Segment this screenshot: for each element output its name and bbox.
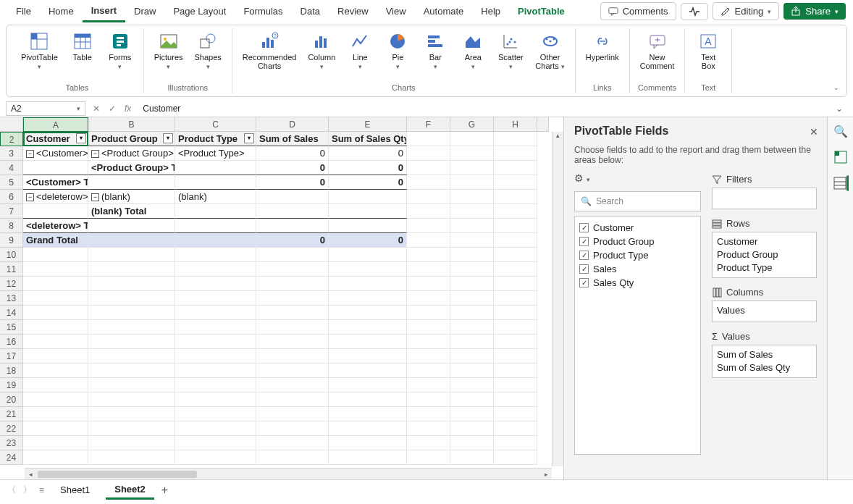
sheet-list-icon[interactable]: ≡ bbox=[39, 485, 44, 495]
ribbon-forms[interactable]: Forms▾ bbox=[104, 30, 136, 72]
cell-E2[interactable]: Sum of Sales Qty bbox=[329, 132, 407, 146]
cell-H23[interactable] bbox=[494, 436, 537, 450]
cell-C9[interactable] bbox=[175, 233, 256, 248]
cell-G19[interactable] bbox=[450, 378, 494, 392]
cell-F24[interactable] bbox=[407, 450, 450, 465]
cell-D19[interactable] bbox=[256, 378, 329, 392]
cell-G7[interactable] bbox=[450, 204, 494, 219]
collapse-icon[interactable]: − bbox=[26, 193, 34, 201]
cell-C7[interactable] bbox=[175, 204, 256, 219]
cell-C10[interactable] bbox=[175, 248, 256, 262]
cell-G22[interactable] bbox=[450, 421, 494, 436]
row-header-18[interactable]: 18 bbox=[0, 364, 23, 378]
cell-E24[interactable] bbox=[329, 450, 407, 465]
tab-draw[interactable]: Draw bbox=[125, 1, 164, 21]
ribbon-bar-chart[interactable]: Bar▾ bbox=[419, 30, 451, 72]
cell-D2[interactable]: Sum of Sales bbox=[256, 132, 329, 146]
checkbox-icon[interactable]: ✓ bbox=[579, 251, 589, 260]
cell-B19[interactable] bbox=[88, 378, 175, 392]
cell-G9[interactable] bbox=[450, 233, 494, 248]
cell-F4[interactable] bbox=[407, 161, 450, 175]
cell-H5[interactable] bbox=[494, 175, 537, 190]
cell-H3[interactable] bbox=[494, 146, 537, 161]
cell-F6[interactable] bbox=[407, 190, 450, 204]
cell-C23[interactable] bbox=[175, 436, 256, 450]
tab-home[interactable]: Home bbox=[40, 1, 83, 21]
cell-F2[interactable] bbox=[407, 132, 450, 146]
close-panel-button[interactable]: ✕ bbox=[810, 126, 818, 138]
cell-C21[interactable] bbox=[175, 407, 256, 421]
cell-A8[interactable]: <deleterow> Total bbox=[23, 219, 88, 233]
ribbon-shapes[interactable]: Shapes▾ bbox=[192, 30, 224, 72]
checkbox-icon[interactable]: ✓ bbox=[579, 278, 589, 287]
ribbon-collapse[interactable]: ⌄ bbox=[833, 82, 839, 92]
cell-D21[interactable] bbox=[256, 407, 329, 421]
cell-H10[interactable] bbox=[494, 248, 537, 262]
tab-insert[interactable]: Insert bbox=[83, 1, 125, 22]
col-header-E[interactable]: E bbox=[329, 117, 407, 132]
row-header-8[interactable]: 8 bbox=[0, 219, 23, 233]
columns-drop-zone[interactable]: Values bbox=[712, 301, 817, 322]
cell-H13[interactable] bbox=[494, 291, 537, 306]
cell-B2[interactable]: Product Group▾ bbox=[88, 132, 175, 146]
cell-F19[interactable] bbox=[407, 378, 450, 392]
cell-E22[interactable] bbox=[329, 421, 407, 436]
cell-C12[interactable] bbox=[175, 277, 256, 291]
cell-F14[interactable] bbox=[407, 306, 450, 320]
cell-G4[interactable] bbox=[450, 161, 494, 175]
sheet-nav-prev[interactable]: 〈 bbox=[7, 484, 16, 496]
ribbon-hyperlink[interactable]: Hyperlink bbox=[583, 30, 622, 63]
cell-A3[interactable]: −<Customer> bbox=[23, 146, 88, 161]
cell-B8[interactable] bbox=[88, 219, 175, 233]
cell-G16[interactable] bbox=[450, 335, 494, 349]
cell-D16[interactable] bbox=[256, 335, 329, 349]
cell-B3[interactable]: −<Product Group> bbox=[88, 146, 175, 161]
cell-D7[interactable] bbox=[256, 204, 329, 219]
cell-G21[interactable] bbox=[450, 407, 494, 421]
share-button[interactable]: Share ▾ bbox=[783, 3, 846, 20]
add-sheet-button[interactable]: + bbox=[161, 484, 168, 497]
col-header-G[interactable]: G bbox=[450, 117, 494, 132]
cell-B4[interactable]: <Product Group> Total bbox=[88, 161, 175, 175]
cell-D22[interactable] bbox=[256, 421, 329, 436]
cell-A12[interactable] bbox=[23, 277, 88, 291]
cell-G8[interactable] bbox=[450, 219, 494, 233]
cell-D6[interactable] bbox=[256, 190, 329, 204]
row-header-10[interactable]: 10 bbox=[0, 248, 23, 262]
cell-B6[interactable]: −(blank) bbox=[88, 190, 175, 204]
cell-B7[interactable]: (blank) Total bbox=[88, 204, 175, 219]
cell-C2[interactable]: Product Type▾ bbox=[175, 132, 256, 146]
row-header-12[interactable]: 12 bbox=[0, 277, 23, 291]
cell-B11[interactable] bbox=[88, 262, 175, 277]
cell-H20[interactable] bbox=[494, 392, 537, 407]
cell-H11[interactable] bbox=[494, 262, 537, 277]
row-header-20[interactable]: 20 bbox=[0, 392, 23, 407]
cell-F20[interactable] bbox=[407, 392, 450, 407]
cell-F13[interactable] bbox=[407, 291, 450, 306]
pivot-sidebar-icon[interactable] bbox=[833, 149, 849, 165]
ribbon-pictures[interactable]: Pictures▾ bbox=[151, 30, 186, 72]
cell-H2[interactable] bbox=[494, 132, 537, 146]
cell-D18[interactable] bbox=[256, 364, 329, 378]
cell-E23[interactable] bbox=[329, 436, 407, 450]
field-item-product-group[interactable]: ✓Product Group bbox=[579, 235, 696, 248]
cell-C11[interactable] bbox=[175, 262, 256, 277]
ribbon-new-comment[interactable]: NewComment bbox=[637, 30, 678, 72]
cell-H7[interactable] bbox=[494, 204, 537, 219]
cell-B21[interactable] bbox=[88, 407, 175, 421]
cell-F10[interactable] bbox=[407, 248, 450, 262]
cell-F22[interactable] bbox=[407, 421, 450, 436]
col-header-B[interactable]: B bbox=[88, 117, 175, 132]
cell-A24[interactable] bbox=[23, 450, 88, 465]
cell-H18[interactable] bbox=[494, 364, 537, 378]
scroll-left-icon[interactable]: ◂ bbox=[25, 471, 36, 478]
cell-H8[interactable] bbox=[494, 219, 537, 233]
table-sidebar-icon[interactable] bbox=[833, 175, 849, 191]
cell-E5[interactable]: 0 bbox=[329, 175, 407, 190]
fields-list[interactable]: ✓Customer ✓Product Group ✓Product Type ✓… bbox=[574, 216, 701, 455]
editing-mode-button[interactable]: Editing ▾ bbox=[713, 2, 780, 20]
cell-E17[interactable] bbox=[329, 349, 407, 364]
row-header-14[interactable]: 14 bbox=[0, 306, 23, 320]
scroll-thumb[interactable] bbox=[38, 471, 197, 478]
cell-B18[interactable] bbox=[88, 364, 175, 378]
